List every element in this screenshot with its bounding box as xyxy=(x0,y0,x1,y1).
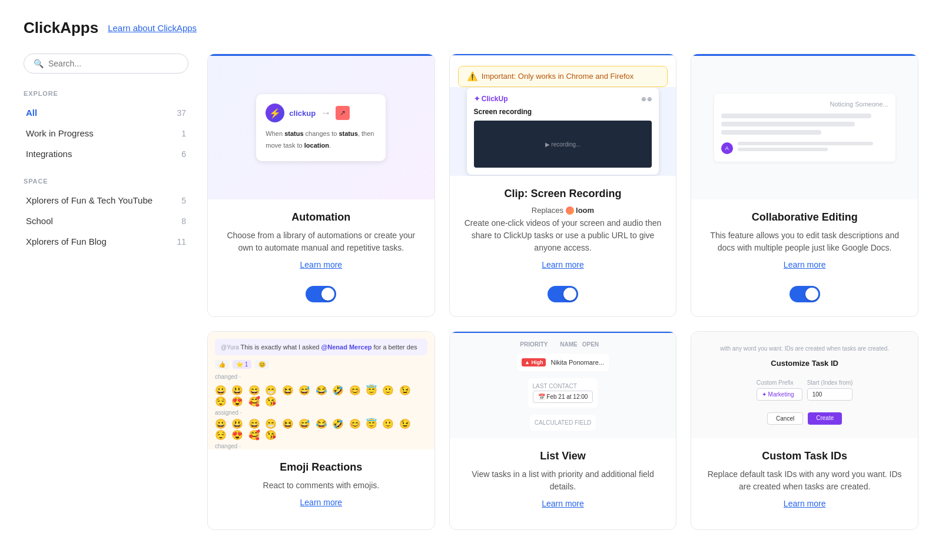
card-list: PRIORITY NAME OPEN ▲ High Nikita Ponomar… xyxy=(449,331,677,530)
card-collab-toggle[interactable] xyxy=(790,286,820,302)
card-automation-body: Automation Choose from a library of auto… xyxy=(208,199,434,316)
card-taskid-preview: with any word you want. IDs are created … xyxy=(691,332,918,438)
loom-logo: loom xyxy=(566,206,594,215)
page-header: ClickApps Learn about ClickApps xyxy=(24,19,918,37)
sidebar-item-all-label: All xyxy=(26,108,37,118)
sidebar-item-wip-label: Work in Progress xyxy=(26,128,94,138)
card-emoji-title: Emoji Reactions xyxy=(280,461,362,474)
main-content: 🔍 EXPLORE All 37 Work in Progress 1 Inte… xyxy=(24,54,918,541)
card-clip-desc: Create one-click videos of your screen a… xyxy=(462,217,665,254)
card-clip-preview: ✦ ClickUp ⊕ ⊕ Screen recording ▶ recordi… xyxy=(450,87,676,176)
cards-area: ⚡ clickup → ↗ When status changes to sta… xyxy=(207,54,918,541)
card-collab-learn-more[interactable]: Learn more xyxy=(784,260,826,269)
card-emoji: @Yura This is exactly what I asked @Nena… xyxy=(207,331,435,530)
card-list-learn-more[interactable]: Learn more xyxy=(542,499,584,508)
search-icon: 🔍 xyxy=(34,59,44,68)
card-collab-body: Collaborative Editing This feature allow… xyxy=(691,199,918,316)
sidebar-item-school-count: 8 xyxy=(181,216,186,226)
sidebar-item-wip[interactable]: Work in Progress 1 xyxy=(24,124,188,143)
card-clip-toggle-area xyxy=(548,279,578,305)
page-title: ClickApps xyxy=(24,19,98,37)
sidebar-item-youtube[interactable]: Xplorers of Fun & Tech YouTube 5 xyxy=(24,191,188,210)
card-automation-toggle-area xyxy=(306,279,336,305)
list-mock-row-1: ▲ High Nikita Ponomare... xyxy=(517,354,609,371)
list-mock-name: Nikita Ponomare... xyxy=(550,359,603,366)
card-clip-subtitle: Replaces loom xyxy=(532,206,594,215)
card-clip-learn-more[interactable]: Learn more xyxy=(542,260,584,269)
clip-mock-screen: ▶ recording... xyxy=(474,121,652,168)
sidebar-item-youtube-count: 5 xyxy=(181,196,186,205)
sidebar-item-blog-label: Xplorers of Fun Blog xyxy=(26,236,107,246)
collab-mock-line-4 xyxy=(738,142,873,145)
clip-mock: ✦ ClickUp ⊕ ⊕ Screen recording ▶ recordi… xyxy=(467,88,659,175)
card-taskid-title: Custom Task IDs xyxy=(762,450,847,462)
card-collab-desc: This feature allows you to edit task des… xyxy=(703,229,906,254)
sidebar-item-integrations-label: Integrations xyxy=(26,149,72,159)
card-automation-title: Automation xyxy=(291,211,350,224)
card-automation-preview: ⚡ clickup → ↗ When status changes to sta… xyxy=(208,56,434,199)
clip-mock-header: ✦ ClickUp ⊕ ⊕ xyxy=(474,95,652,103)
sidebar-item-integrations[interactable]: Integrations 6 xyxy=(24,144,188,164)
card-taskid: with any word you want. IDs are created … xyxy=(691,331,918,530)
collab-mock-line-2 xyxy=(721,122,855,126)
cards-grid: ⚡ clickup → ↗ When status changes to sta… xyxy=(207,54,918,530)
card-automation-toggle[interactable] xyxy=(306,286,336,302)
sidebar-item-all[interactable]: All 37 xyxy=(24,103,188,122)
sidebar-item-blog-count: 11 xyxy=(177,237,186,246)
card-automation: ⚡ clickup → ↗ When status changes to sta… xyxy=(207,54,435,317)
emoji-row-2: 😀 😃 😄 😁 😆 😅 😂 🤣 😊 😇 🙂 😉 😌 😍 🥰 😘 xyxy=(215,418,427,441)
card-list-title: List View xyxy=(540,450,586,462)
card-taskid-desc: Replace default task IDs with any word y… xyxy=(703,468,906,493)
taskid-mock-title: Customize Task ID xyxy=(771,359,838,368)
loom-circle xyxy=(566,206,574,215)
card-emoji-desc: React to comments with emojis. xyxy=(263,479,380,492)
card-list-body: List View View tasks in a list with prio… xyxy=(450,438,676,529)
search-box[interactable]: 🔍 xyxy=(24,54,188,74)
sidebar-item-blog[interactable]: Xplorers of Fun Blog 11 xyxy=(24,232,188,251)
learn-about-link[interactable]: Learn about ClickApps xyxy=(108,23,197,33)
search-input[interactable] xyxy=(48,59,178,68)
sidebar-item-school[interactable]: School 8 xyxy=(24,211,188,231)
emoji-preview-content: @Yura This is exactly what I asked @Nena… xyxy=(208,332,434,449)
card-collab-preview: Noticing Someone... A xyxy=(691,56,918,199)
collab-mock-line-5 xyxy=(738,148,828,151)
sidebar-item-youtube-label: Xplorers of Fun & Tech YouTube xyxy=(26,195,152,205)
taskid-create-btn[interactable]: Create xyxy=(808,412,842,425)
list-mock-detail: LAST CONTACT 📅 Feb 21 at 12:00 xyxy=(528,378,598,408)
emoji-row-1: 😀 😃 😄 😁 😆 😅 😂 🤣 😊 😇 🙂 😉 😌 😍 🥰 😘 xyxy=(215,385,427,407)
emoji-comment: @Yura This is exactly what I asked @Nena… xyxy=(215,339,427,355)
card-clip-body: Clip: Screen Recording Replaces loom Cre… xyxy=(450,176,676,316)
space-group: SPACE Xplorers of Fun & Tech YouTube 5 S… xyxy=(24,178,188,251)
card-clip-title: Clip: Screen Recording xyxy=(504,188,621,200)
sidebar-item-wip-count: 1 xyxy=(181,129,186,138)
card-automation-learn-more[interactable]: Learn more xyxy=(300,260,343,269)
list-mock-footer: CALCULATED FIELD xyxy=(530,415,596,431)
taskid-start-label: Start (Index from) xyxy=(807,379,853,386)
taskid-prefix-label: Custom Prefix xyxy=(757,379,802,386)
card-taskid-learn-more[interactable]: Learn more xyxy=(784,499,826,508)
sidebar-item-school-label: School xyxy=(26,216,53,226)
card-clip-toggle[interactable] xyxy=(548,286,578,302)
card-collab-toggle-area xyxy=(790,279,820,305)
card-collab-title: Collaborative Editing xyxy=(752,211,858,224)
card-emoji-learn-more[interactable]: Learn more xyxy=(300,498,343,507)
sidebar: 🔍 EXPLORE All 37 Work in Progress 1 Inte… xyxy=(24,54,188,541)
card-emoji-preview: @Yura This is exactly what I asked @Nena… xyxy=(208,332,434,449)
sidebar-item-integrations-count: 6 xyxy=(181,149,186,159)
card-taskid-body: Custom Task IDs Replace default task IDs… xyxy=(691,438,918,529)
collab-mock-line-3 xyxy=(721,130,821,135)
card-automation-desc: Choose from a library of automations or … xyxy=(220,229,423,254)
collab-mock: Noticing Someone... A xyxy=(714,94,895,162)
card-list-preview: PRIORITY NAME OPEN ▲ High Nikita Ponomar… xyxy=(450,333,676,438)
priority-badge: ▲ High xyxy=(522,358,546,366)
automation-mock: ⚡ clickup → ↗ When status changes to sta… xyxy=(256,94,386,161)
warning-banner: ⚠️ Important: Only works in Chrome and F… xyxy=(458,66,668,87)
warning-icon: ⚠️ xyxy=(467,71,478,82)
warning-text: Important: Only works in Chrome and Fire… xyxy=(482,72,634,81)
card-collab: Noticing Someone... A xyxy=(691,54,918,317)
card-emoji-body: Emoji Reactions React to comments with e… xyxy=(208,449,434,529)
taskid-cancel-btn[interactable]: Cancel xyxy=(767,412,803,425)
explore-label: EXPLORE xyxy=(24,90,188,97)
card-clip: ⚠️ Important: Only works in Chrome and F… xyxy=(449,54,677,317)
collab-mock-line-1 xyxy=(721,114,871,118)
